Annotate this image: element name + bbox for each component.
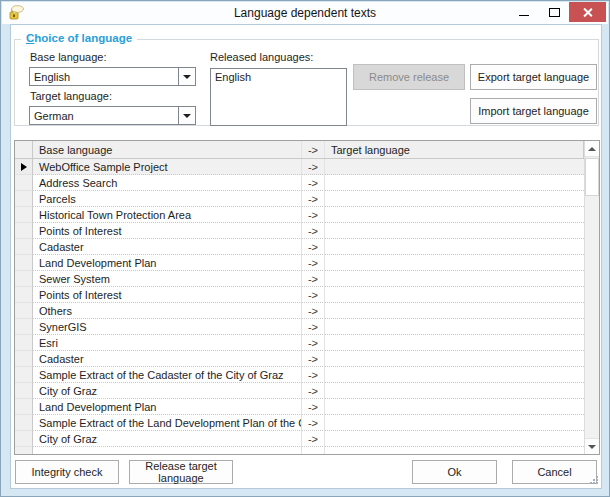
base-language-cell[interactable]: Address Search	[33, 175, 302, 191]
maximize-button[interactable]	[539, 2, 569, 22]
row-selector-gutter[interactable]	[15, 447, 33, 454]
target-language-cell[interactable]	[325, 175, 584, 191]
base-language-cell[interactable]: Points of Interest	[33, 287, 302, 303]
table-row[interactable]: Cadaster ->	[15, 351, 584, 367]
base-language-select[interactable]: English	[29, 67, 196, 86]
base-language-cell[interactable]: Points of Interest	[33, 223, 302, 239]
table-row[interactable]: Parcels ->	[15, 191, 584, 207]
table-row[interactable]: Address Search ->	[15, 175, 584, 191]
base-language-cell[interactable]: Land Development Plan	[33, 399, 302, 415]
base-language-cell[interactable]: City of Graz	[33, 431, 302, 447]
row-selector-gutter[interactable]	[15, 415, 33, 431]
base-language-cell[interactable]: Historical Town Protection Area	[33, 207, 302, 223]
table-row[interactable]: Sample Extract of the Cadaster of the Ci…	[15, 367, 584, 383]
row-selector-gutter[interactable]	[15, 175, 33, 191]
target-language-cell[interactable]	[325, 303, 584, 319]
row-selector-gutter[interactable]	[15, 159, 33, 175]
base-language-cell[interactable]: Sample Extract of the Cadaster of the Ci…	[33, 367, 302, 383]
list-item[interactable]: English	[211, 69, 346, 85]
base-language-cell[interactable]: Sample Extract of the Land Development P…	[33, 415, 302, 431]
base-language-cell[interactable]	[33, 447, 302, 454]
target-language-cell[interactable]	[325, 399, 584, 415]
row-selector-gutter[interactable]	[15, 335, 33, 351]
base-language-cell[interactable]: Parcels	[33, 191, 302, 207]
table-row[interactable]: Others ->	[15, 303, 584, 319]
target-language-cell[interactable]	[325, 159, 584, 175]
titlebar[interactable]: Language dependent texts	[2, 2, 608, 24]
minimize-button[interactable]	[509, 2, 539, 22]
target-language-cell[interactable]	[325, 239, 584, 255]
row-selector-gutter[interactable]	[15, 223, 33, 239]
table-row[interactable]: Historical Town Protection Area ->	[15, 207, 584, 223]
row-selector-gutter[interactable]	[15, 287, 33, 303]
row-selector-gutter[interactable]	[15, 431, 33, 447]
cancel-button[interactable]: Cancel	[512, 460, 597, 484]
table-row[interactable]	[15, 447, 584, 454]
table-row[interactable]: Sample Extract of the Land Development P…	[15, 415, 584, 431]
column-header-base-language[interactable]: Base language	[33, 141, 302, 158]
scroll-down-button[interactable]	[585, 438, 599, 454]
table-row[interactable]: City of Graz ->	[15, 383, 584, 399]
base-language-cell[interactable]: WebOffice Sample Project	[33, 159, 302, 175]
row-selector-gutter[interactable]	[15, 383, 33, 399]
base-language-dropdown-button[interactable]	[178, 68, 195, 85]
target-language-dropdown-button[interactable]	[178, 107, 195, 124]
target-language-cell[interactable]	[325, 383, 584, 399]
row-selector-gutter[interactable]	[15, 303, 33, 319]
base-language-cell[interactable]: City of Graz	[33, 383, 302, 399]
scroll-up-button[interactable]	[585, 141, 599, 157]
base-language-cell[interactable]: SynerGIS	[33, 319, 302, 335]
row-selector-gutter[interactable]	[15, 367, 33, 383]
vertical-scrollbar[interactable]	[584, 141, 599, 454]
target-language-cell[interactable]	[325, 207, 584, 223]
target-language-cell[interactable]	[325, 255, 584, 271]
table-row[interactable]: Points of Interest ->	[15, 287, 584, 303]
target-language-cell[interactable]	[325, 367, 584, 383]
remove-release-button[interactable]: Remove release	[353, 64, 465, 90]
release-target-language-button[interactable]: Release target language	[129, 460, 233, 484]
row-selector-gutter[interactable]	[15, 351, 33, 367]
base-language-cell[interactable]: Cadaster	[33, 351, 302, 367]
target-language-cell[interactable]	[325, 447, 584, 454]
target-language-cell[interactable]	[325, 223, 584, 239]
integrity-check-button[interactable]: Integrity check	[15, 460, 119, 484]
target-language-cell[interactable]	[325, 335, 584, 351]
table-row[interactable]: Land Development Plan ->	[15, 255, 584, 271]
target-language-select[interactable]: German	[29, 106, 196, 125]
resize-grip[interactable]	[589, 476, 598, 485]
released-languages-list[interactable]: English	[210, 68, 347, 126]
table-row[interactable]: Cadaster ->	[15, 239, 584, 255]
base-language-cell[interactable]: Others	[33, 303, 302, 319]
target-language-cell[interactable]	[325, 191, 584, 207]
base-language-cell[interactable]: Sewer System	[33, 271, 302, 287]
table-row[interactable]: Sewer System ->	[15, 271, 584, 287]
ok-button[interactable]: Ok	[412, 460, 497, 484]
base-language-cell[interactable]: Cadaster	[33, 239, 302, 255]
table-row[interactable]: Land Development Plan ->	[15, 399, 584, 415]
import-target-language-button[interactable]: Import target language	[470, 98, 597, 124]
scrollbar-thumb[interactable]	[585, 158, 599, 196]
target-language-cell[interactable]	[325, 271, 584, 287]
close-button[interactable]	[569, 2, 606, 22]
target-language-cell[interactable]	[325, 287, 584, 303]
row-selector-gutter[interactable]	[15, 239, 33, 255]
target-language-cell[interactable]	[325, 431, 584, 447]
column-header-target-language[interactable]: Target language	[325, 141, 584, 158]
row-selector-gutter[interactable]	[15, 255, 33, 271]
target-language-cell[interactable]	[325, 351, 584, 367]
row-selector-gutter[interactable]	[15, 191, 33, 207]
target-language-cell[interactable]	[325, 415, 584, 431]
row-selector-gutter[interactable]	[15, 271, 33, 287]
table-row[interactable]: Points of Interest ->	[15, 223, 584, 239]
base-language-cell[interactable]: Esri	[33, 335, 302, 351]
row-selector-gutter[interactable]	[15, 207, 33, 223]
row-selector-gutter[interactable]	[15, 399, 33, 415]
base-language-cell[interactable]: Land Development Plan	[33, 255, 302, 271]
table-row[interactable]: SynerGIS ->	[15, 319, 584, 335]
table-row[interactable]: City of Graz ->	[15, 431, 584, 447]
target-language-cell[interactable]	[325, 319, 584, 335]
row-selector-gutter[interactable]	[15, 319, 33, 335]
table-row[interactable]: WebOffice Sample Project ->	[15, 159, 584, 175]
export-target-language-button[interactable]: Export target language	[470, 64, 597, 90]
table-row[interactable]: Esri ->	[15, 335, 584, 351]
